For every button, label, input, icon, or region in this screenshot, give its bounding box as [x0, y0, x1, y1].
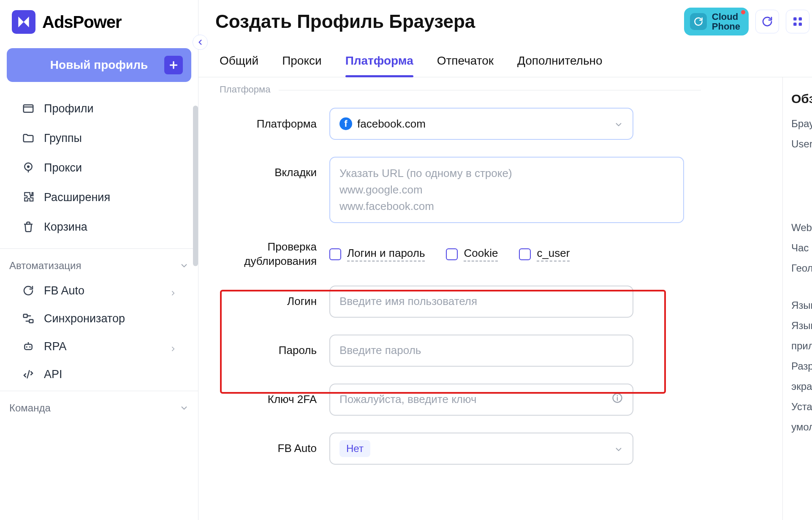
section-label: Команда [9, 402, 51, 414]
folder-icon [21, 131, 35, 145]
sidebar-item-label: Профили [44, 102, 94, 115]
new-profile-button[interactable]: Новый профиль [7, 48, 191, 82]
checkbox-icon [519, 248, 531, 260]
svg-rect-3 [24, 314, 27, 318]
sidebar-item-groups[interactable]: Группы [0, 123, 198, 153]
sidebar-item-label: RPA [44, 340, 67, 353]
sidebar-item-label: Корзина [44, 221, 87, 234]
sidebar-item-sync[interactable]: Синхронизатор [0, 305, 198, 332]
tab-general[interactable]: Общий [220, 54, 258, 77]
sidebar-item-label: Прокси [44, 161, 82, 174]
login-input[interactable] [339, 295, 623, 308]
chevron-down-icon [179, 261, 189, 270]
tab-platform[interactable]: Платформа [345, 54, 413, 77]
new-profile-label: Новый профиль [50, 58, 148, 72]
svg-rect-8 [793, 17, 797, 21]
tabs: Общий Прокси Платформа Отпечаток Дополни… [198, 35, 812, 77]
api-icon [21, 367, 35, 381]
sidebar-item-proxy[interactable]: Прокси [0, 153, 198, 182]
summary-title: Обз [791, 92, 812, 106]
sidebar-item-label: API [44, 368, 62, 381]
svg-point-6 [26, 346, 27, 348]
sidebar-item-rpa[interactable]: RPA [0, 332, 198, 360]
grid-button[interactable] [786, 10, 809, 33]
fbauto-value: Нет [339, 440, 370, 457]
platform-label: Платформа [220, 117, 329, 131]
top-actions: CloudPhone [684, 8, 809, 35]
phone-rotate-icon [690, 13, 707, 30]
topbar: Создать Профиль Браузера CloudPhone [198, 0, 812, 35]
summary-item: User [791, 138, 812, 150]
sidebar-item-label: Расширения [44, 191, 110, 204]
svg-rect-9 [799, 17, 802, 21]
tab-advanced[interactable]: Дополнительно [517, 54, 603, 77]
sidebar-item-label: FB Auto [44, 284, 84, 297]
trash-icon [21, 220, 35, 234]
svg-point-7 [29, 346, 30, 348]
info-icon [611, 392, 623, 407]
key2fa-input-wrapper [329, 384, 633, 416]
sidebar-item-label: Группы [44, 132, 82, 145]
section-automation[interactable]: Автоматизация [0, 251, 198, 277]
tab-fingerprint[interactable]: Отпечаток [437, 54, 494, 77]
sidebar-item-extensions[interactable]: Расширения [0, 182, 198, 212]
tabs-textarea[interactable]: Указать URL (по одному в строке) www.goo… [329, 157, 684, 223]
chevron-down-icon [179, 403, 189, 413]
summary-item: Брау [791, 118, 812, 130]
login-input-wrapper [329, 286, 633, 318]
puzzle-icon [21, 190, 35, 204]
main-content: Создать Профиль Браузера CloudPhone [198, 0, 812, 520]
facebook-icon: f [339, 117, 352, 130]
sidebar: AdsPower Новый профиль Профили [0, 0, 198, 520]
checkbox-label: Cookie [464, 247, 498, 261]
svg-rect-10 [793, 23, 797, 26]
sync-button[interactable] [755, 10, 779, 33]
summary-item: Язык [791, 320, 812, 332]
key2fa-label: Ключ 2FA [220, 393, 329, 406]
logo-icon [12, 10, 35, 34]
key2fa-input[interactable] [339, 393, 611, 406]
divider [0, 391, 198, 391]
summary-item: Web [791, 222, 812, 234]
section-label: Автоматизация [9, 260, 81, 272]
checkbox-label: c_user [537, 247, 570, 261]
tab-proxy[interactable]: Прокси [282, 54, 321, 77]
sidebar-item-profiles[interactable]: Профили [0, 94, 198, 123]
notification-dot [741, 10, 745, 14]
sidebar-scrollbar[interactable] [193, 106, 198, 266]
summary-item: Геол [791, 262, 812, 274]
sidebar-item-trash[interactable]: Корзина [0, 212, 198, 242]
summary-item: прил [791, 340, 812, 352]
checkbox-label: Логин и пароль [347, 247, 425, 261]
cloud-phone-label: CloudPhone [712, 12, 740, 31]
password-input-wrapper [329, 335, 633, 367]
dupcheck-loginpass[interactable]: Логин и пароль [329, 247, 425, 261]
summary-item: экра [791, 381, 812, 392]
fbauto-label: FB Auto [220, 442, 329, 455]
password-label: Пароль [220, 344, 329, 357]
summary-item: Уста [791, 401, 812, 413]
sidebar-item-label: Синхронизатор [44, 312, 125, 325]
form-area: Платформа Платформа f facebook.com [198, 77, 782, 520]
sidebar-collapse-button[interactable] [193, 35, 208, 50]
sync-icon [21, 311, 35, 326]
logo[interactable]: AdsPower [0, 0, 198, 42]
sidebar-item-api[interactable]: API [0, 360, 198, 388]
svg-rect-5 [24, 344, 32, 350]
robot-icon [21, 339, 35, 354]
checkbox-icon [446, 248, 458, 260]
summary-item: умол [791, 421, 812, 433]
fbauto-select[interactable]: Нет [329, 433, 633, 465]
section-team[interactable]: Команда [0, 394, 198, 419]
sidebar-item-fbauto[interactable]: FB Auto [0, 277, 198, 305]
password-input[interactable] [339, 344, 623, 357]
svg-rect-11 [799, 23, 802, 26]
chevron-down-icon [614, 444, 623, 453]
summary-item: Час [791, 242, 812, 254]
dupcheck-cookie[interactable]: Cookie [446, 247, 498, 261]
platform-value: facebook.com [357, 117, 426, 131]
dupcheck-cuser[interactable]: c_user [519, 247, 570, 261]
section-title: Платформа [220, 80, 761, 108]
cloud-phone-button[interactable]: CloudPhone [684, 8, 749, 35]
platform-select[interactable]: f facebook.com [329, 108, 633, 140]
